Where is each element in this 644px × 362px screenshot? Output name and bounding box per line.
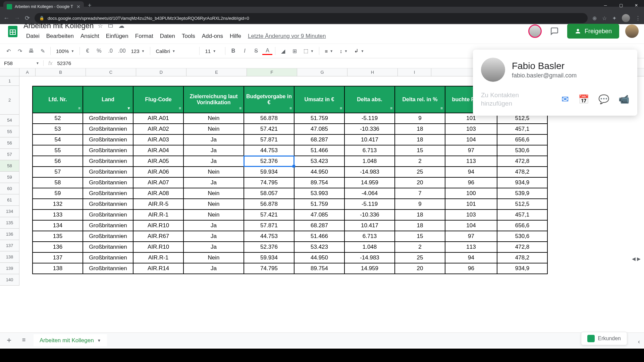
cell[interactable]: Großbritannien (83, 134, 133, 145)
cell[interactable]: AIR.A04 (133, 145, 183, 156)
cell[interactable]: 97 (445, 145, 497, 156)
cell[interactable]: 97 (445, 231, 497, 242)
cell[interactable]: Großbritannien (83, 209, 133, 220)
cell[interactable]: 104 (445, 220, 497, 231)
cell[interactable]: Großbritannien (83, 252, 133, 263)
close-window-button[interactable]: ✕ (629, 0, 644, 11)
column-header[interactable]: E (186, 68, 247, 76)
cell[interactable]: 9 (395, 199, 445, 209)
select-all-corner[interactable] (0, 68, 19, 76)
cell[interactable]: 53.423 (294, 242, 344, 252)
calendar-action-icon[interactable]: 📅 (578, 94, 589, 105)
row-header[interactable]: 139 (0, 263, 19, 274)
cell[interactable]: 59 (33, 188, 83, 199)
paint-format-button[interactable]: ✎ (38, 46, 48, 56)
maximize-button[interactable]: ▢ (613, 0, 629, 11)
cell[interactable]: 113 (445, 242, 497, 252)
row-header[interactable]: 135 (0, 217, 19, 229)
cell[interactable]: 478,2 (497, 252, 547, 263)
cell[interactable]: Großbritannien (83, 220, 133, 231)
add-sheet-button[interactable]: + (4, 336, 14, 345)
cell[interactable]: 52 (33, 113, 83, 124)
formula-value[interactable]: 52376 (57, 60, 71, 66)
cell[interactable]: Großbritannien (83, 113, 133, 124)
cell[interactable]: Nein (183, 113, 244, 124)
column-header[interactable]: I (398, 68, 431, 76)
menu-add-ons[interactable]: Add-ons (199, 32, 226, 41)
row-header[interactable]: 58 (0, 160, 19, 172)
cell[interactable]: 113 (445, 156, 497, 167)
cell[interactable]: Großbritannien (83, 124, 133, 134)
cell[interactable]: Großbritannien (83, 167, 133, 177)
column-header[interactable]: C (86, 68, 136, 76)
minimize-button[interactable]: ─ (598, 0, 613, 11)
explore-button[interactable]: Erkunden (581, 332, 628, 345)
cell[interactable]: 539,9 (497, 188, 547, 199)
cell[interactable]: 14.959 (344, 263, 395, 274)
cell[interactable]: AIR.A08 (133, 188, 183, 199)
add-to-contacts[interactable]: Zu Kontaktenhinzufügen (481, 91, 519, 108)
cell[interactable]: AIR.A07 (133, 177, 183, 188)
cell[interactable]: AIR.R14 (133, 263, 183, 274)
column-header[interactable]: G (297, 68, 347, 76)
cell[interactable]: 54 (33, 134, 83, 145)
table-header[interactable]: Lfd. Nr.≡ (33, 86, 83, 113)
cell[interactable]: Nein (183, 199, 244, 209)
cell[interactable]: 58 (33, 177, 83, 188)
cell[interactable]: Nein (183, 188, 244, 199)
cell[interactable]: 58.057 (244, 188, 294, 199)
table-header[interactable]: Umsatz in €≡ (294, 86, 344, 113)
cell[interactable]: 15 (395, 231, 445, 242)
cell[interactable]: 52.376 (244, 156, 294, 167)
cell[interactable]: 57.871 (244, 220, 294, 231)
cell[interactable]: AIR.A01 (133, 113, 183, 124)
column-header[interactable]: B (36, 68, 86, 76)
row-header[interactable]: 2 (0, 86, 19, 115)
row-header[interactable]: 136 (0, 229, 19, 240)
cell[interactable]: 59.934 (244, 167, 294, 177)
cell[interactable]: 96 (445, 177, 497, 188)
new-tab-button[interactable]: + (84, 2, 96, 9)
table-header[interactable]: Delta abs.≡ (344, 86, 395, 113)
cell[interactable]: 9 (395, 113, 445, 124)
cell[interactable]: 94 (445, 167, 497, 177)
name-box[interactable]: F58▼ (0, 60, 44, 66)
cell[interactable]: 133 (33, 209, 83, 220)
wrap-button[interactable]: ↲▼ (352, 48, 367, 54)
cell[interactable]: Ja (183, 263, 244, 274)
text-color-button[interactable]: A (262, 47, 272, 55)
cell[interactable]: 18 (395, 124, 445, 134)
cell[interactable]: 47.085 (294, 124, 344, 134)
horizontal-scroll-buttons[interactable]: ◀▶ (632, 256, 641, 261)
cell[interactable]: AIR.R-1 (133, 209, 183, 220)
row-header[interactable]: 134 (0, 206, 19, 217)
table-header[interactable]: Zielerreichung laut Vorindikation≡ (183, 86, 244, 113)
cell[interactable]: AIR.A06 (133, 167, 183, 177)
cell[interactable]: 53.993 (294, 188, 344, 199)
star-document-icon[interactable]: ☆ (98, 22, 103, 29)
cell[interactable]: 56.878 (244, 199, 294, 209)
table-header[interactable]: Budgetvorgabe in €≡ (244, 86, 294, 113)
undo-button[interactable]: ↶ (3, 46, 13, 56)
cell[interactable]: 10.417 (344, 134, 395, 145)
number-format-select[interactable]: 123▼ (128, 48, 148, 54)
cell[interactable]: -5.119 (344, 199, 395, 209)
back-button[interactable]: ← (3, 15, 9, 22)
cell[interactable]: 6.713 (344, 231, 395, 242)
row-header[interactable]: 1 (0, 76, 19, 86)
comments-button[interactable] (548, 24, 561, 38)
row-header[interactable]: 137 (0, 240, 19, 251)
cell[interactable]: AIR.R10 (133, 242, 183, 252)
menu-daten[interactable]: Daten (157, 32, 178, 41)
collaborator-avatar[interactable] (528, 24, 542, 38)
column-header[interactable]: D (136, 68, 186, 76)
cell[interactable]: Großbritannien (83, 263, 133, 274)
cell[interactable]: 74.795 (244, 177, 294, 188)
account-avatar[interactable] (625, 24, 639, 38)
menu-datei[interactable]: Datei (23, 32, 42, 41)
last-edit-label[interactable]: Letzte Änderung vor 9 Minuten (248, 33, 326, 40)
row-header[interactable]: 138 (0, 251, 19, 263)
video-action-icon[interactable]: 📹 (619, 94, 629, 105)
cell[interactable]: 20 (395, 177, 445, 188)
move-document-icon[interactable]: 🗀 (108, 22, 114, 29)
